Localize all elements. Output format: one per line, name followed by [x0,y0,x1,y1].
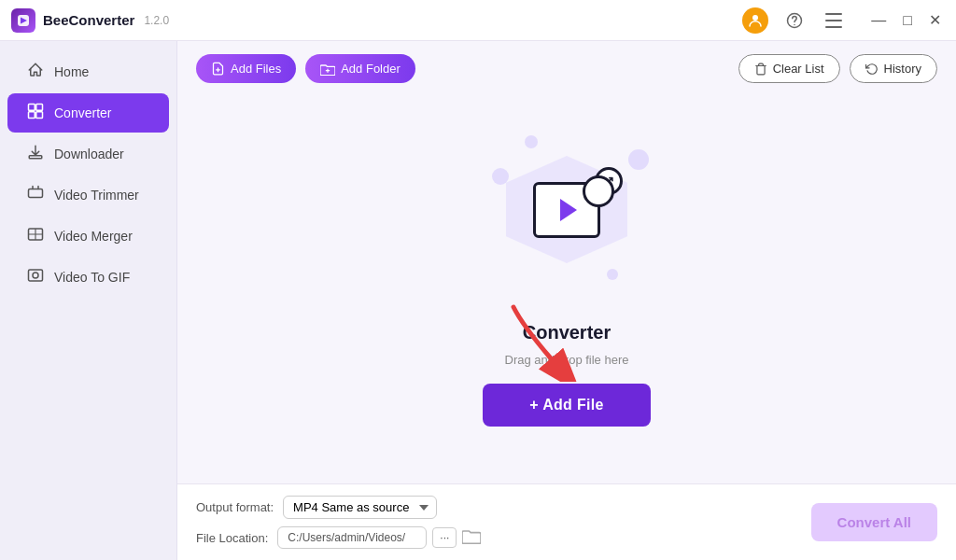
dropzone-graphic: ↗ [473,117,660,303]
converter-icon [26,103,45,123]
sidebar-item-video-to-gif[interactable]: Video To GIF [7,258,169,297]
title-bar-right: — □ ✕ [742,7,945,34]
app-version: 1.2.0 [144,14,169,27]
content-area: Add Files Add Folder Clear List [177,41,956,560]
dropzone-subtitle: Drag and drop file here [505,353,629,367]
sidebar-label-video-trimmer: Video Trimmer [54,188,139,203]
sidebar-item-home[interactable]: Home [7,52,169,91]
convert-all-button[interactable]: Convert All [811,503,937,541]
svg-rect-12 [29,156,42,159]
title-bar-left: BeeConverter 1.2.0 [11,8,169,33]
add-files-label: Add Files [231,62,281,76]
bubble-1 [492,168,509,185]
bottom-options: Output format: MP4 Same as source MP4 AV… [196,496,481,549]
sidebar-item-downloader[interactable]: Downloader [7,134,169,174]
clear-list-label: Clear List [773,62,824,76]
app-logo [11,8,35,33]
title-bar: BeeConverter 1.2.0 — □ [0,0,956,41]
svg-point-2 [752,15,758,21]
sidebar-item-video-trimmer[interactable]: Video Trimmer [7,175,169,215]
svg-point-16 [33,273,38,278]
svg-rect-5 [825,13,842,15]
svg-rect-10 [29,112,35,119]
bubble-4 [607,269,618,280]
user-avatar-icon[interactable] [742,7,768,34]
file-location-path: C:/Users/admin/Videos/ [277,526,427,549]
add-file-button[interactable]: + Add File [483,384,650,427]
history-label: History [884,62,921,76]
help-button[interactable] [781,7,808,34]
svg-point-4 [794,23,796,25]
sidebar-label-video-merger: Video Merger [54,229,133,244]
output-format-select[interactable]: MP4 Same as source MP4 AVI MOV MKV GIF [283,496,437,519]
output-format-row: Output format: MP4 Same as source MP4 AV… [196,496,481,519]
add-folder-label: Add Folder [341,62,401,76]
dropzone: ↗ Converter Drag and drop file here + Ad… [177,96,956,483]
dropzone-title: Converter [523,322,611,343]
toolbar: Add Files Add Folder Clear List [177,41,956,96]
sidebar-label-downloader: Downloader [54,147,124,161]
downloader-icon [26,144,45,164]
menu-button[interactable] [821,7,847,34]
svg-rect-9 [36,105,43,111]
play-icon [560,199,577,221]
toolbar-right: Clear List History [738,54,937,83]
browse-folder-button[interactable] [462,527,481,549]
video-icon-container: ↗ [533,182,600,238]
clear-list-button[interactable]: Clear List [738,54,840,83]
sidebar-label-video-to-gif: Video To GIF [54,270,130,285]
add-folder-button[interactable]: Add Folder [305,54,415,83]
main-layout: Home Converter Downloader [0,41,956,560]
svg-rect-11 [36,112,43,119]
path-display: C:/Users/admin/Videos/ ··· [277,526,481,549]
minimize-button[interactable]: — [867,11,890,30]
sidebar: Home Converter Downloader [0,41,177,560]
video-merger-icon [26,226,45,246]
sidebar-item-converter[interactable]: Converter [7,93,169,133]
svg-rect-8 [29,105,35,111]
svg-rect-6 [825,20,842,21]
file-location-label: File Location: [196,531,268,545]
history-button[interactable]: History [850,54,937,83]
video-trimmer-icon [26,185,45,205]
close-button[interactable]: ✕ [925,11,945,30]
sidebar-label-converter: Converter [54,105,111,120]
window-controls: — □ ✕ [867,11,945,30]
path-dots-button[interactable]: ··· [432,527,457,548]
toolbar-left: Add Files Add Folder [196,54,415,83]
file-location-row: File Location: C:/Users/admin/Videos/ ··… [196,526,481,549]
sidebar-label-home: Home [54,64,89,79]
bottom-bar: Output format: MP4 Same as source MP4 AV… [177,483,956,560]
output-format-label: Output format: [196,500,274,514]
sidebar-item-video-merger[interactable]: Video Merger [7,217,169,256]
video-to-gif-icon [26,267,45,287]
svg-rect-13 [29,189,43,198]
app-name: BeeConverter [43,12,134,28]
bubble-3 [628,149,649,170]
svg-rect-15 [29,270,43,281]
video-icon-box [533,182,600,238]
bubble-2 [525,135,538,148]
maximize-button[interactable]: □ [899,11,916,30]
home-icon [26,62,45,82]
svg-rect-7 [825,26,842,28]
add-files-button[interactable]: Add Files [196,54,296,83]
